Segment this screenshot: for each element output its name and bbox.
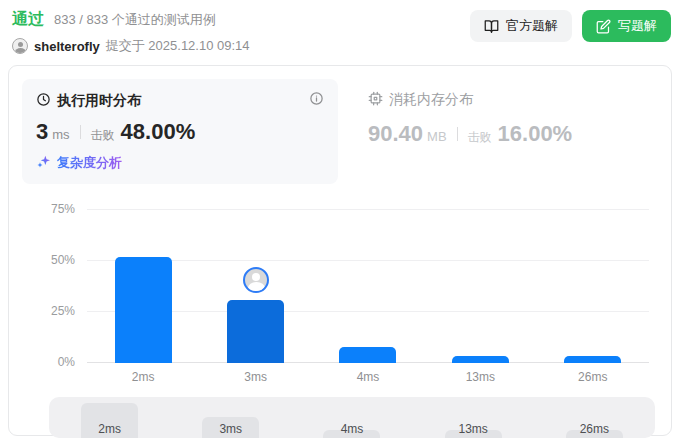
bar-slot-2ms: 2ms <box>87 198 199 363</box>
minimap-slot-2ms: 2ms <box>49 397 170 438</box>
bar-26ms[interactable] <box>564 356 621 363</box>
minimap-label: 26ms <box>534 422 655 436</box>
complexity-analysis-label: 复杂度分析 <box>57 154 122 172</box>
bar-slot-4ms: 4ms <box>312 198 424 363</box>
y-tick-label: 50% <box>51 253 75 267</box>
info-icon[interactable] <box>309 91 324 110</box>
bar-slot-26ms: 26ms <box>537 198 649 363</box>
bar-slot-3ms: 3ms <box>199 198 311 363</box>
complexity-analysis-link[interactable]: 复杂度分析 <box>36 153 122 173</box>
runtime-panel-title: 执行用时分布 <box>57 92 141 110</box>
bar-3ms[interactable] <box>227 300 284 363</box>
y-tick-label: 25% <box>51 304 75 318</box>
x-tick-label: 26ms <box>537 370 649 384</box>
bar-2ms[interactable] <box>115 257 172 363</box>
memory-beats-label: 击败 <box>468 129 492 146</box>
bar-13ms[interactable] <box>452 356 509 363</box>
official-solution-button[interactable]: 官方题解 <box>470 10 572 42</box>
minimap-slot-26ms: 26ms <box>534 397 655 438</box>
official-solution-label: 官方题解 <box>506 17 558 35</box>
y-tick-label: 75% <box>51 202 75 216</box>
user-avatar <box>12 38 28 54</box>
header-actions: 官方题解 写题解 <box>470 9 671 42</box>
minimap-slot-3ms: 3ms <box>170 397 291 438</box>
runtime-value: 3 <box>36 119 48 145</box>
memory-panel[interactable]: 消耗内存分布 90.40 MB 击败 16.00% <box>368 79 572 184</box>
result-summary: 通过 833 / 833 个通过的测试用例 shelterofly 提交于 20… <box>12 9 250 55</box>
minimap-label: 13ms <box>413 422 534 436</box>
memory-beats-value: 16.00% <box>498 121 573 147</box>
runtime-beats-value: 48.00% <box>121 119 196 145</box>
minimap-label: 4ms <box>291 422 412 436</box>
bar-4ms[interactable] <box>339 347 396 363</box>
status-accepted: 通过 <box>12 9 44 30</box>
x-tick-label: 13ms <box>424 370 536 384</box>
divider <box>457 127 458 141</box>
book-icon <box>484 19 499 34</box>
memory-value: 90.40 <box>368 121 423 147</box>
y-tick-label: 0% <box>58 355 75 369</box>
submitted-timestamp: 提交于 2025.12.10 09:14 <box>106 37 250 55</box>
divider <box>80 125 81 139</box>
username[interactable]: shelterofly <box>34 39 100 54</box>
runtime-panel[interactable]: 执行用时分布 3 ms 击败 48.00% <box>22 79 338 184</box>
minimap-label: 3ms <box>170 422 291 436</box>
x-tick-label: 2ms <box>87 370 199 384</box>
memory-unit: MB <box>427 129 447 144</box>
chip-icon <box>368 91 383 109</box>
chart-minimap[interactable]: 2ms3ms4ms13ms26ms <box>49 397 655 438</box>
bar-slot-13ms: 13ms <box>424 198 536 363</box>
sparkle-icon <box>36 153 52 173</box>
testcases-passed: 833 / 833 个通过的测试用例 <box>54 11 216 29</box>
user-submission-marker <box>243 267 269 293</box>
result-header: 通过 833 / 833 个通过的测试用例 shelterofly 提交于 20… <box>0 0 681 61</box>
runtime-distribution-chart: 75%50%25%0% 2ms3ms4ms13ms26ms <box>87 198 649 363</box>
x-tick-label: 3ms <box>199 370 311 384</box>
runtime-beats-label: 击败 <box>91 127 115 144</box>
minimap-label: 2ms <box>49 422 170 436</box>
memory-panel-title: 消耗内存分布 <box>389 91 473 109</box>
x-tick-label: 4ms <box>312 370 424 384</box>
chart-bars: 2ms3ms4ms13ms26ms <box>87 198 649 363</box>
stats-row: 执行用时分布 3 ms 击败 48.00% <box>9 66 671 184</box>
submission-detail-card: 执行用时分布 3 ms 击败 48.00% <box>8 65 672 436</box>
write-solution-button[interactable]: 写题解 <box>582 10 671 42</box>
clock-icon <box>36 92 51 110</box>
minimap-slot-13ms: 13ms <box>413 397 534 438</box>
edit-icon <box>596 19 611 34</box>
runtime-unit: ms <box>52 127 69 142</box>
write-solution-label: 写题解 <box>618 17 657 35</box>
minimap-slot-4ms: 4ms <box>291 397 412 438</box>
